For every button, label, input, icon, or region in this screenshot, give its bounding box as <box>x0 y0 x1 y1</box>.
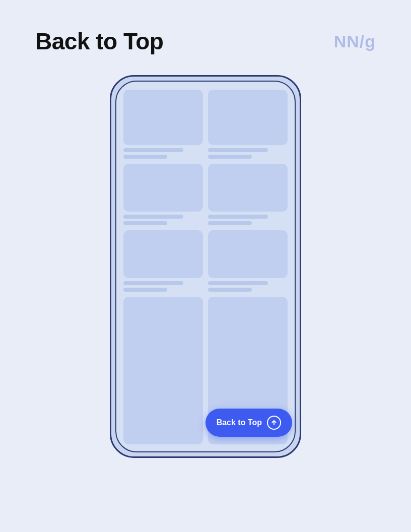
label-1-2 <box>208 148 288 159</box>
card-1-2 <box>208 90 288 145</box>
label-line <box>123 148 183 152</box>
page-title: Back to Top <box>35 28 163 55</box>
label-line <box>123 221 167 225</box>
label-line <box>208 288 252 292</box>
card-3-2 <box>208 230 288 278</box>
brand-logo: NN/g <box>334 32 376 51</box>
label-1-1 <box>123 148 203 159</box>
label-line <box>208 155 252 159</box>
arrow-up-circle-icon <box>267 416 281 430</box>
label-line <box>208 281 268 285</box>
card-1-1 <box>123 90 203 145</box>
label-2-2 <box>208 215 288 225</box>
label-line <box>123 281 183 285</box>
label-line <box>208 221 252 225</box>
label-3-2 <box>208 281 288 292</box>
content-row-2 <box>123 164 288 225</box>
content-row-3 <box>123 230 288 292</box>
card-2-2 <box>208 164 288 212</box>
label-line <box>123 288 167 292</box>
label-line <box>208 148 268 152</box>
label-line <box>208 215 268 219</box>
arrow-up-icon <box>270 419 278 426</box>
label-line <box>123 155 167 159</box>
back-to-top-label: Back to Top <box>217 418 262 427</box>
phone-mockup: Back to Top <box>110 75 301 458</box>
back-to-top-button[interactable]: Back to Top <box>206 409 292 437</box>
card-2-1 <box>123 164 203 212</box>
card-3-1 <box>123 230 203 278</box>
phone-inner-frame <box>115 81 296 452</box>
label-3-1 <box>123 281 203 292</box>
card-4-1 <box>123 297 203 444</box>
label-line <box>123 215 183 219</box>
label-2-1 <box>123 215 203 225</box>
content-row-1 <box>123 90 288 159</box>
phone-outer-frame <box>110 75 301 458</box>
page-header: Back to Top NN/g <box>0 0 411 70</box>
